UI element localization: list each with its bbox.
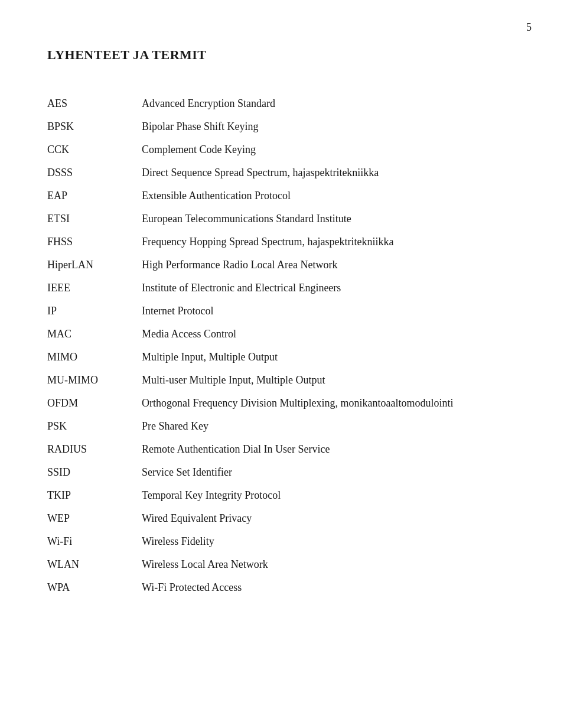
acronym-abbreviation: MU-MIMO [47, 369, 142, 392]
list-item: WPAWi-Fi Protected Access [47, 576, 520, 599]
acronym-abbreviation: CCK [47, 138, 142, 161]
acronym-abbreviation: OFDM [47, 392, 142, 415]
acronym-definition: Temporal Key Integrity Protocol [142, 484, 520, 507]
acronym-definition: Media Access Control [142, 323, 520, 346]
list-item: MACMedia Access Control [47, 323, 520, 346]
acronym-abbreviation: EAP [47, 184, 142, 207]
acronym-definition: Multi-user Multiple Input, Multiple Outp… [142, 369, 520, 392]
acronym-abbreviation: Wi-Fi [47, 530, 142, 553]
list-item: MIMOMultiple Input, Multiple Output [47, 346, 520, 369]
acronym-definition: Complement Code Keying [142, 138, 520, 161]
page-number: 5 [526, 21, 532, 34]
acronym-definition: Wireless Local Area Network [142, 553, 520, 576]
acronym-abbreviation: HiperLAN [47, 254, 142, 277]
acronym-definition: Frequency Hopping Spread Spectrum, hajas… [142, 230, 520, 254]
acronym-definition: Wired Equivalent Privacy [142, 507, 520, 530]
list-item: PSKPre Shared Key [47, 415, 520, 438]
list-item: EAPExtensible Authentication Protocol [47, 184, 520, 207]
acronym-table: AESAdvanced Encryption StandardBPSKBipol… [47, 92, 520, 599]
acronym-abbreviation: FHSS [47, 230, 142, 254]
acronym-abbreviation: MIMO [47, 346, 142, 369]
acronym-definition: Multiple Input, Multiple Output [142, 346, 520, 369]
acronym-definition: Bipolar Phase Shift Keying [142, 115, 520, 138]
acronym-definition: Pre Shared Key [142, 415, 520, 438]
list-item: DSSSDirect Sequence Spread Spectrum, haj… [47, 161, 520, 184]
list-item: BPSKBipolar Phase Shift Keying [47, 115, 520, 138]
list-item: WEPWired Equivalent Privacy [47, 507, 520, 530]
acronym-abbreviation: WLAN [47, 553, 142, 576]
list-item: ETSIEuropean Telecommunications Standard… [47, 207, 520, 230]
list-item: Wi-FiWireless Fidelity [47, 530, 520, 553]
list-item: MU-MIMOMulti-user Multiple Input, Multip… [47, 369, 520, 392]
acronym-definition: High Performance Radio Local Area Networ… [142, 254, 520, 277]
acronym-abbreviation: DSSS [47, 161, 142, 184]
acronym-definition: Remote Authentication Dial In User Servi… [142, 438, 520, 461]
page-heading: LYHENTEET JA TERMIT [47, 47, 520, 63]
list-item: AESAdvanced Encryption Standard [47, 92, 520, 115]
acronym-definition: Wi-Fi Protected Access [142, 576, 520, 599]
acronym-definition: European Telecommunications Standard Ins… [142, 207, 520, 230]
list-item: OFDMOrthogonal Frequency Division Multip… [47, 392, 520, 415]
acronym-abbreviation: SSID [47, 461, 142, 484]
acronym-abbreviation: IEEE [47, 277, 142, 300]
acronym-definition: Institute of Electronic and Electrical E… [142, 277, 520, 300]
acronym-abbreviation: WEP [47, 507, 142, 530]
acronym-abbreviation: AES [47, 92, 142, 115]
acronym-definition: Internet Protocol [142, 300, 520, 323]
list-item: SSIDService Set Identifier [47, 461, 520, 484]
list-item: IPInternet Protocol [47, 300, 520, 323]
list-item: RADIUSRemote Authentication Dial In User… [47, 438, 520, 461]
list-item: FHSSFrequency Hopping Spread Spectrum, h… [47, 230, 520, 254]
acronym-abbreviation: WPA [47, 576, 142, 599]
acronym-abbreviation: RADIUS [47, 438, 142, 461]
acronym-abbreviation: MAC [47, 323, 142, 346]
list-item: TKIPTemporal Key Integrity Protocol [47, 484, 520, 507]
acronym-definition: Advanced Encryption Standard [142, 92, 520, 115]
acronym-abbreviation: TKIP [47, 484, 142, 507]
list-item: HiperLANHigh Performance Radio Local Are… [47, 254, 520, 277]
acronym-definition: Wireless Fidelity [142, 530, 520, 553]
acronym-definition: Service Set Identifier [142, 461, 520, 484]
acronym-definition: Direct Sequence Spread Spectrum, hajaspe… [142, 161, 520, 184]
acronym-abbreviation: ETSI [47, 207, 142, 230]
list-item: IEEEInstitute of Electronic and Electric… [47, 277, 520, 300]
acronym-abbreviation: IP [47, 300, 142, 323]
acronym-definition: Extensible Authentication Protocol [142, 184, 520, 207]
list-item: CCKComplement Code Keying [47, 138, 520, 161]
acronym-abbreviation: BPSK [47, 115, 142, 138]
list-item: WLANWireless Local Area Network [47, 553, 520, 576]
acronym-abbreviation: PSK [47, 415, 142, 438]
acronym-definition: Orthogonal Frequency Division Multiplexi… [142, 392, 520, 415]
